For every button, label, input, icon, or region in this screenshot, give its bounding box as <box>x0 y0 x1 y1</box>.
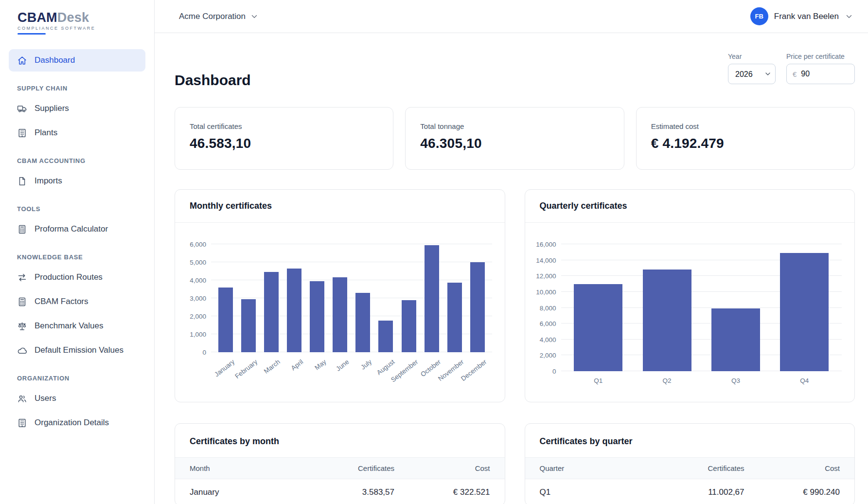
year-select[interactable]: 2026 <box>728 64 776 84</box>
page-title: Dashboard <box>175 72 251 89</box>
table-title: Certificates by quarter <box>540 436 840 447</box>
sidebar-item-imports[interactable]: Imports <box>9 170 145 192</box>
bar-january <box>218 288 233 352</box>
sidebar-item-label: Production Routes <box>35 272 103 282</box>
x-axis-label: July <box>359 358 373 371</box>
plot-area <box>561 244 842 371</box>
bar-slot <box>374 244 397 352</box>
y-axis-tick: 14,000 <box>536 256 556 264</box>
bar-august <box>378 321 393 352</box>
sidebar-item-label: Organization Details <box>35 418 109 428</box>
sidebar-item-label: Imports <box>35 176 62 186</box>
brand-underline <box>18 33 46 35</box>
year-control: Year 2026 <box>728 53 776 84</box>
scale-icon <box>17 321 27 331</box>
y-axis-tick: 6,000 <box>540 320 556 327</box>
sidebar-item-suppliers[interactable]: Suppliers <box>9 97 145 120</box>
sidebar-item-dashboard[interactable]: Dashboard <box>9 49 145 72</box>
price-control: Price per certificate € <box>786 53 855 84</box>
building-icon <box>17 418 27 428</box>
users-icon <box>17 394 27 404</box>
table-header-row: MonthCertificatesCost <box>175 458 505 479</box>
bar-slot <box>329 244 352 352</box>
calculator-icon <box>17 224 27 234</box>
card-head: Certificates by quarter <box>525 424 855 457</box>
brand-name-light: Desk <box>57 10 89 25</box>
charts-row: Monthly certificates 01,0002,0003,0004,0… <box>175 189 855 402</box>
user-menu[interactable]: FB Frank van Beelen <box>750 7 853 25</box>
table-cell: € 990.240 <box>759 479 854 504</box>
card-head: Monthly certificates <box>175 190 505 223</box>
stat-label: Estimated cost <box>651 122 840 130</box>
sidebar-item-default-emission-values[interactable]: Default Emission Values <box>9 339 145 361</box>
stat-label: Total certificates <box>190 122 378 130</box>
x-axis: Q1Q2Q3Q4 <box>561 371 842 389</box>
sidebar-item-cbam-factors[interactable]: CBAM Factors <box>9 290 145 313</box>
bar-q4 <box>780 253 829 371</box>
stat-value: 46.583,10 <box>190 136 378 151</box>
bar-q3 <box>711 308 760 371</box>
table-cell: € 322.521 <box>409 479 504 504</box>
x-slot: June <box>329 352 352 396</box>
sidebar-item-benchmark-values[interactable]: Benchmark Values <box>9 315 145 337</box>
home-icon <box>17 55 27 66</box>
sidebar-item-label: Benchmark Values <box>35 321 103 331</box>
year-label: Year <box>728 53 776 60</box>
column-header-cost: Cost <box>409 458 504 479</box>
brand-name: CBAMDesk <box>18 11 154 24</box>
sidebar-item-production-routes[interactable]: Production Routes <box>9 266 145 288</box>
bar-slot <box>420 244 443 352</box>
chevron-down-icon <box>250 12 259 21</box>
y-axis-tick: 8,000 <box>540 304 556 311</box>
chart-body: 02,0004,0006,0008,00010,00012,00014,0001… <box>525 223 855 393</box>
sidebar-item-proforma-calculator[interactable]: Proforma Calculator <box>9 218 145 240</box>
table-cell: 11.002,67 <box>663 479 759 504</box>
table-cell: Q1 <box>525 479 664 504</box>
sidebar-item-label: Plants <box>35 128 57 138</box>
price-per-certificate-input[interactable] <box>801 70 849 78</box>
avatar: FB <box>750 7 768 25</box>
x-slot: February <box>237 352 260 396</box>
table-cell: January <box>175 479 314 504</box>
y-axis-tick: 0 <box>202 349 206 356</box>
y-axis-tick: 3,000 <box>190 295 206 302</box>
main-content: Dashboard Year 2026 Price per certificat… <box>155 33 868 504</box>
x-slot: April <box>283 352 305 396</box>
bar-slot <box>633 244 701 371</box>
bar-slot <box>352 244 374 352</box>
stat-card-total-tonnage: Total tonnage 46.305,10 <box>405 107 624 170</box>
sidebar-item-organization-details[interactable]: Organization Details <box>9 412 145 434</box>
y-axis-tick: 4,000 <box>190 277 206 284</box>
table-row: January3.583,57€ 322.521 <box>175 479 505 504</box>
document-icon <box>17 176 27 186</box>
bar-slot <box>466 244 489 352</box>
x-slot: Q2 <box>633 371 701 389</box>
company-selector[interactable]: Acme Corporation <box>179 12 259 21</box>
bar-april <box>287 269 301 352</box>
sidebar-section-title-supply-chain: SUPPLY CHAIN <box>9 85 145 92</box>
sidebar-section-title-organization: ORGANIZATION <box>9 375 145 382</box>
bar-slot <box>770 244 839 371</box>
certificates-by-month-table: Certificates by month MonthCertificatesC… <box>175 423 505 504</box>
x-axis-label: January <box>213 358 236 378</box>
column-header-quarter: Quarter <box>525 458 664 479</box>
sidebar-item-label: Suppliers <box>35 104 69 113</box>
chart-title: Monthly certificates <box>190 201 490 211</box>
calculator-icon <box>17 297 27 307</box>
quarterly-certificates-chart: Quarterly certificates 02,0004,0006,0008… <box>525 189 855 402</box>
x-axis-label: Q1 <box>564 377 633 384</box>
x-slot: September <box>397 352 420 396</box>
sidebar-section-title-tools: TOOLS <box>9 205 145 213</box>
table-header-row: QuarterCertificatesCost <box>525 458 855 479</box>
x-slot: Q3 <box>701 371 770 389</box>
sidebar-item-label: CBAM Factors <box>35 297 89 306</box>
card-head: Quarterly certificates <box>525 190 855 223</box>
bar-slot <box>214 244 237 352</box>
column-header-month: Month <box>175 458 314 479</box>
x-axis-label: Q3 <box>701 377 770 384</box>
y-axis-tick: 4,000 <box>540 336 556 343</box>
bar-slot <box>260 244 283 352</box>
sidebar-section-title-knowledge-base: KNOWLEDGE BASE <box>9 253 145 261</box>
sidebar-item-plants[interactable]: Plants <box>9 122 145 144</box>
sidebar-item-users[interactable]: Users <box>9 387 145 410</box>
